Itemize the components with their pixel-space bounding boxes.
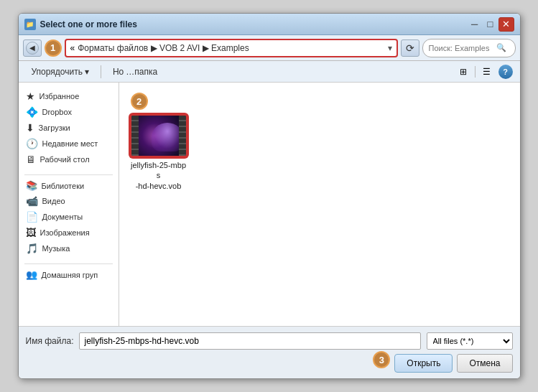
sidebar-item-downloads[interactable]: ⬇ Загрузки (19, 120, 119, 136)
recent-icon: 🕐 (26, 138, 38, 149)
address-dropdown-arrow[interactable]: ▾ (388, 43, 392, 53)
window-title: Select one or more files (40, 19, 467, 29)
close-button[interactable]: ✕ (498, 17, 514, 32)
documents-label: Документы (42, 213, 83, 221)
cancel-button[interactable]: Отмена (457, 354, 512, 373)
address-bar-row: ◀ 1 « Форматы файлов ▶ VOB 2 AVI ▶ Examp… (19, 35, 520, 61)
libraries-section: 📚 Библиотеки 📹 Видео 📄 Документы 🖼 Изобр… (19, 178, 119, 256)
sidebar-item-images[interactable]: 🖼 Изображения (19, 225, 119, 241)
music-label: Музыка (42, 244, 70, 253)
downloads-label: Загрузки (39, 123, 70, 132)
back-circle: ◀ (26, 42, 39, 55)
bottom-buttons: 3 Открыть Отмена (26, 354, 513, 373)
film-strip-left (131, 116, 139, 156)
bottom-row: Имя файла: All files (*.*) 3 Открыть Отм… (19, 326, 520, 378)
badge-2: 2 (131, 93, 148, 110)
back-button[interactable]: ◀ (23, 39, 42, 57)
filetype-select[interactable]: All files (*.*) (427, 332, 513, 350)
search-box[interactable]: 🔍 (422, 39, 516, 57)
new-folder-suffix: …папка (126, 67, 157, 77)
window-icon: 📁 (24, 19, 36, 30)
favorites-section: ★ Избранное 💠 Dropbox ⬇ Загрузки 🕐 Недав… (19, 88, 119, 167)
homegroup-icon: 👥 (26, 269, 37, 280)
toolbar-sep-2 (475, 66, 476, 78)
sidebar-item-favorites-header: ★ Избранное (19, 88, 119, 104)
favorites-icon: ★ (26, 90, 35, 102)
video-icon: 📹 (26, 195, 38, 207)
toolbar-right: ⊞ ☰ ? (455, 64, 513, 80)
search-input[interactable] (429, 44, 493, 52)
address-bar[interactable]: « Форматы файлов ▶ VOB 2 AVI ▶ Examples … (65, 39, 398, 57)
help-icon: ? (503, 67, 508, 76)
minimize-button[interactable]: ─ (467, 17, 483, 32)
view-large-button[interactable]: ⊞ (455, 64, 472, 80)
sidebar-item-recent[interactable]: 🕐 Недавние мест (19, 136, 119, 151)
images-label: Изображения (40, 228, 90, 237)
view-list-icon: ☰ (483, 67, 491, 77)
toolbar-row: Упорядочить ▾ Но …папка ⊞ ☰ ? (19, 61, 520, 83)
maximize-button[interactable]: □ (483, 17, 498, 32)
thumbnail-image (139, 116, 179, 156)
music-icon: 🎵 (26, 243, 38, 254)
libraries-label: Библиотеки (42, 182, 85, 190)
recent-label: Недавние мест (42, 139, 98, 148)
libraries-icon: 📚 (26, 180, 37, 191)
video-label: Видео (42, 197, 65, 205)
organize-button[interactable]: Упорядочить ▾ (26, 64, 95, 80)
organize-label: Упорядочить (32, 67, 83, 77)
address-back-arrow: « (70, 43, 75, 53)
file-thumbnail (130, 114, 187, 157)
main-content: ★ Избранное 💠 Dropbox ⬇ Загрузки 🕐 Недав… (19, 83, 520, 326)
help-button[interactable]: ? (498, 65, 513, 79)
new-folder-button[interactable]: Но …папка (107, 64, 163, 80)
file-area[interactable]: 2 jellyfish-25-mbps-hd-hevc.vob (119, 83, 520, 326)
sidebar-item-homegroup[interactable]: 👥 Домашняя груп (19, 267, 119, 282)
view-list-button[interactable]: ☰ (478, 64, 496, 80)
toolbar-separator (101, 65, 101, 78)
title-bar: 📁 Select one or more files ─ □ ✕ (19, 14, 520, 35)
refresh-icon: ⟳ (406, 42, 414, 54)
favorites-label: Избранное (40, 92, 80, 101)
sidebar-item-desktop[interactable]: 🖥 Рабочий стол (19, 151, 119, 167)
desktop-icon: 🖥 (26, 154, 36, 165)
organize-arrow: ▾ (85, 67, 89, 77)
sidebar-item-music[interactable]: 🎵 Музыка (19, 241, 119, 256)
search-icon: 🔍 (496, 43, 506, 52)
sidebar: ★ Избранное 💠 Dropbox ⬇ Загрузки 🕐 Недав… (19, 83, 119, 326)
filename-input[interactable] (79, 332, 420, 350)
images-icon: 🖼 (26, 227, 36, 238)
downloads-icon: ⬇ (26, 122, 34, 134)
dropbox-icon: 💠 (26, 106, 38, 118)
open-button[interactable]: Открыть (394, 354, 453, 373)
view-large-icon: ⊞ (460, 67, 467, 77)
file-item[interactable]: 2 jellyfish-25-mbps-hd-hevc.vob (126, 90, 191, 194)
desktop-label: Рабочий стол (40, 155, 90, 164)
sidebar-divider-1 (24, 174, 113, 175)
sidebar-item-dropbox[interactable]: 💠 Dropbox (19, 104, 119, 120)
homegroup-label: Домашняя груп (42, 271, 98, 279)
sidebar-item-documents[interactable]: 📄 Документы (19, 209, 119, 225)
file-dialog: 📁 Select one or more files ─ □ ✕ ◀ 1 « Ф… (18, 13, 521, 379)
badge-1: 1 (45, 39, 62, 57)
sidebar-item-libraries-header[interactable]: 📚 Библиотеки (19, 178, 119, 193)
badge-3: 3 (373, 351, 390, 368)
dropbox-label: Dropbox (42, 108, 73, 116)
file-name: jellyfish-25-mbps-hd-hevc.vob (129, 160, 188, 191)
refresh-button[interactable]: ⟳ (401, 39, 419, 57)
new-folder-label: Но (113, 67, 124, 77)
bottom-fields: Имя файла: All files (*.*) (26, 332, 513, 350)
address-path: Форматы файлов ▶ VOB 2 AVI ▶ Examples (78, 43, 249, 53)
documents-icon: 📄 (26, 211, 38, 223)
filename-label: Имя файла: (26, 336, 74, 346)
sidebar-divider-2 (24, 263, 113, 264)
sidebar-item-video[interactable]: 📹 Видео (19, 193, 119, 209)
film-strip-right (179, 116, 186, 156)
